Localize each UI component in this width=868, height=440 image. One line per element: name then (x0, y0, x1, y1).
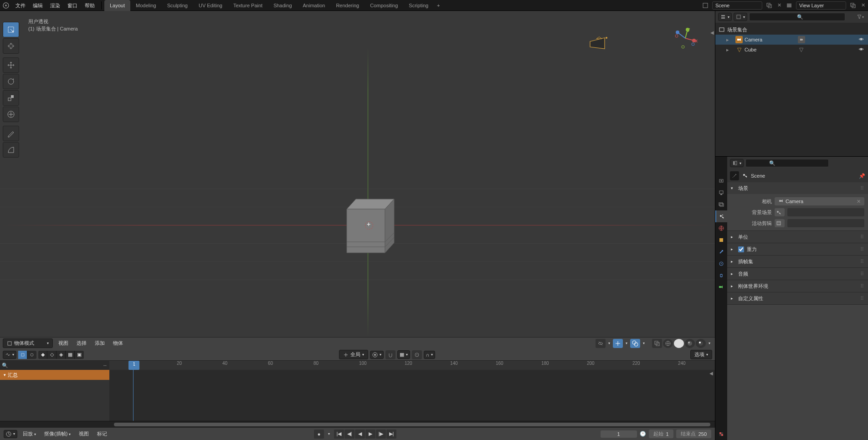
workspace-tab-uv[interactable]: UV Editing (193, 0, 228, 11)
gravity-checkbox[interactable] (738, 246, 744, 252)
playback-editor-type[interactable]: ▾ (4, 430, 17, 438)
panel-custom-header[interactable]: ▸自定义属性⠿ (727, 292, 868, 304)
tool-annotate[interactable] (3, 126, 19, 141)
scene-name-input[interactable] (712, 1, 762, 10)
viewport-menu-select[interactable]: 选择 (74, 340, 89, 347)
prop-tab-constraints[interactable] (715, 270, 727, 281)
prop-editor-type[interactable]: ▾ (730, 159, 744, 167)
outliner-item-camera[interactable]: ▸ Camera (715, 35, 868, 45)
workspace-tab-shading[interactable]: Shading (268, 0, 297, 11)
sel-btn-5[interactable]: ▣ (75, 351, 84, 359)
jump-last-btn[interactable]: ▶| (386, 430, 396, 439)
shade-material[interactable] (685, 339, 695, 348)
timeline-track[interactable]: ◀ (109, 370, 715, 421)
panel-units-header[interactable]: ▸单位⠿ (727, 231, 868, 243)
workspace-tab-animation[interactable]: Animation (298, 0, 331, 11)
menu-help[interactable]: 帮助 (81, 0, 98, 11)
mesh-data-icon[interactable]: ▽ (798, 46, 805, 53)
timeline-collapse[interactable]: ◀ (709, 371, 713, 376)
timeline-scrollbar[interactable] (0, 421, 715, 427)
workspace-tab-compositing[interactable]: Compositing (365, 0, 403, 11)
menu-render[interactable]: 渲染 (46, 0, 64, 11)
start-frame-input[interactable]: 起始 1 (649, 430, 673, 438)
jump-prev-key-btn[interactable]: ◀| (344, 430, 354, 439)
timeline-editor-type[interactable]: ▾ (3, 351, 16, 359)
drag-handle-icon[interactable]: ⠿ (860, 283, 864, 289)
sel-btn-4[interactable]: ▦ (66, 351, 75, 359)
shade-rendered[interactable] (696, 339, 706, 348)
tool-select-box[interactable] (3, 22, 19, 37)
expand-toggle[interactable]: ▸ (726, 47, 734, 53)
pin-icon[interactable]: 📌 (859, 173, 865, 179)
prop-tab-data[interactable] (715, 281, 727, 293)
prop-tab-modifiers[interactable] (715, 246, 727, 258)
sel-btn-1[interactable]: ◆ (38, 351, 47, 359)
scene-new-icon[interactable] (765, 1, 774, 10)
viewport-menu-add[interactable]: 添加 (92, 340, 108, 347)
prop-tab-physics[interactable] (715, 258, 727, 270)
playback-menu-marker[interactable]: 标记 (94, 430, 110, 437)
drag-handle-icon[interactable]: ⠿ (860, 271, 864, 277)
timeline-search-input[interactable] (8, 361, 103, 369)
drag-handle-icon[interactable]: ⠿ (860, 296, 864, 302)
workspace-tab-modeling[interactable]: Modeling (130, 0, 162, 11)
viewlayer-new-icon[interactable] (848, 1, 858, 10)
outliner-item-cube[interactable]: ▸ ▽ Cube ▽ (715, 45, 868, 55)
snap-toggle[interactable] (385, 350, 395, 359)
expand-toggle[interactable]: ▸ (726, 37, 734, 43)
bgscene-selector[interactable] (775, 208, 785, 216)
sel-btn-2[interactable]: ◇ (47, 351, 56, 359)
current-frame-input[interactable]: 1 (601, 430, 637, 438)
playback-menu-playback[interactable]: 回放 ▾ (20, 430, 39, 437)
play-btn[interactable]: ▶ (365, 430, 375, 439)
sidebar-toggle[interactable]: ◀ (710, 30, 714, 35)
jump-next-key-btn[interactable]: |▶ (376, 430, 386, 439)
3d-viewport[interactable]: 用户透视 (1) 场景集合 | Camera (0, 11, 715, 337)
timeline-ruler[interactable]: 1204060801001201401601802002202401 (109, 361, 715, 370)
xray-toggle[interactable] (652, 339, 662, 348)
clear-icon[interactable]: ✕ (857, 199, 861, 205)
visibility-toggle[interactable] (858, 46, 865, 53)
workspace-tab-add[interactable]: + (434, 3, 443, 8)
proportional-toggle[interactable] (412, 350, 422, 359)
app-logo-icon[interactable] (0, 0, 12, 11)
camera-selector[interactable]: Camera ✕ (775, 197, 864, 205)
overlay-toggle[interactable] (630, 339, 640, 348)
playhead[interactable]: 1 (128, 361, 139, 370)
jump-first-btn[interactable]: |◀ (334, 430, 344, 439)
camera-data-icon[interactable] (798, 36, 805, 43)
proportional-type-dropdown[interactable]: ∩▾ (424, 351, 436, 359)
options-dropdown[interactable]: 选项▾ (690, 350, 712, 359)
scrollbar-thumb[interactable] (114, 423, 710, 426)
shade-solid[interactable] (674, 339, 684, 348)
autokey-toggle[interactable]: ● (314, 430, 324, 439)
gizmo-toggle[interactable] (613, 339, 623, 348)
prop-search-input[interactable] (745, 159, 829, 167)
prop-tab-object[interactable] (715, 234, 727, 246)
shade-wireframe[interactable] (663, 339, 673, 348)
sel-btn-3[interactable]: ◈ (56, 351, 66, 359)
tool-measure[interactable] (3, 142, 19, 158)
visibility-toggle[interactable] (858, 36, 865, 43)
bgscene-input[interactable] (787, 208, 864, 216)
filter-icon[interactable]: ▾ (856, 13, 865, 21)
clip-selector[interactable] (775, 219, 785, 227)
viewlayer-delete-icon[interactable]: ✕ (858, 1, 868, 10)
drag-handle-icon[interactable]: ⠿ (860, 234, 864, 240)
viewport-menu-view[interactable]: 视图 (56, 340, 71, 347)
drag-handle-icon[interactable]: ⠿ (860, 259, 864, 265)
play-reverse-btn[interactable]: ◀ (355, 430, 365, 439)
nav-gizmo[interactable]: x y (674, 27, 697, 50)
prop-tab-scene[interactable] (715, 210, 727, 222)
panel-keying-header[interactable]: ▸插帧集⠿ (727, 256, 868, 267)
viewlayer-name-input[interactable] (796, 1, 846, 10)
tool-settings-icon[interactable] (730, 171, 739, 180)
pivot-dropdown[interactable]: ▾ (370, 351, 384, 359)
workspace-tab-rendering[interactable]: Rendering (330, 0, 365, 11)
tool-move[interactable] (3, 57, 19, 73)
drag-handle-icon[interactable]: ⠿ (860, 185, 864, 191)
panel-audio-header[interactable]: ▸音频⠿ (727, 268, 868, 280)
panel-scene-header[interactable]: ▾ 场景 ⠿ (727, 182, 868, 194)
menu-window[interactable]: 窗口 (64, 0, 81, 11)
orientation-dropdown[interactable]: 全局 ▾ (339, 350, 368, 359)
